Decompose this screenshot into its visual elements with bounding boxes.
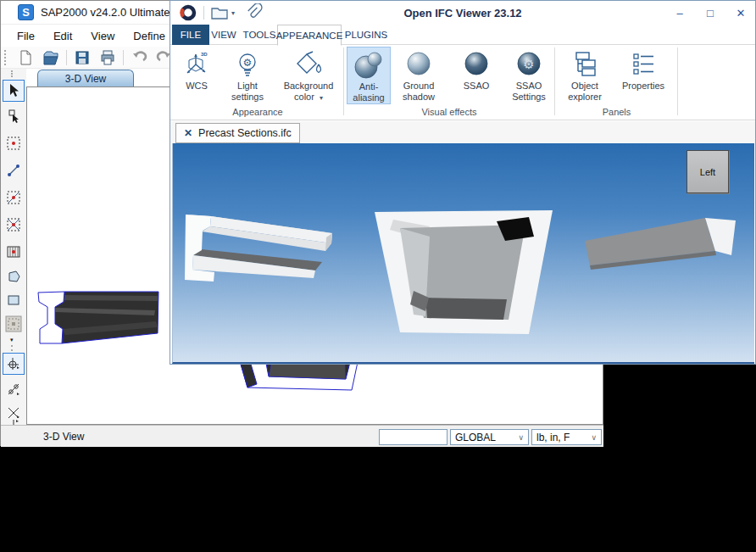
draw-rect-area-icon <box>6 293 21 308</box>
status-message-box <box>379 429 447 445</box>
ifc-titlebar[interactable]: ▾ Open IFC Viewer 23.12 – □ ✕ <box>170 1 755 25</box>
draw-braced-icon <box>6 217 21 232</box>
draw-poly-area-button[interactable] <box>3 265 25 287</box>
select-arrow-button[interactable] <box>3 80 25 102</box>
new-model-icon <box>17 49 34 66</box>
new-model-button[interactable] <box>15 48 36 67</box>
app-logo-icon[interactable] <box>179 3 197 22</box>
status-view-label: 3-D View <box>43 431 84 443</box>
view-tab-3d[interactable]: 3-D View <box>37 70 134 86</box>
svg-text:⚙: ⚙ <box>243 57 253 69</box>
coord-system-value: GLOBAL <box>455 432 496 443</box>
undo-button[interactable] <box>129 48 149 67</box>
ground-shadow-button[interactable]: Ground shadow <box>394 47 443 104</box>
group-label-visual-effects: Visual effects <box>345 107 553 117</box>
save-button[interactable] <box>72 48 92 67</box>
button-label: color <box>294 92 314 102</box>
button-label: Background <box>284 81 334 92</box>
draw-secondary-beam-button[interactable] <box>3 241 25 263</box>
tab-file[interactable]: FILE <box>172 25 209 45</box>
toolbar-grip[interactable] <box>11 70 14 77</box>
button-label: WCS <box>186 81 208 92</box>
toolbar-grip[interactable] <box>4 50 8 65</box>
toolbar-grip[interactable] <box>11 345 14 351</box>
light-settings-button[interactable]: ⚙ Light settings <box>221 47 274 104</box>
draw-braced-button[interactable] <box>3 214 25 236</box>
button-label: explorer <box>568 92 602 103</box>
dropdown-caret[interactable]: ▾ <box>231 9 235 17</box>
menu-view[interactable]: View <box>81 26 124 46</box>
ssao-button[interactable]: SSAO <box>453 47 500 104</box>
object-explorer-tree-icon <box>570 51 599 78</box>
button-label: Properties <box>622 81 664 92</box>
wcs-button[interactable]: 3D WCS <box>174 47 220 104</box>
ssao-settings-button[interactable]: ⚙ SSAO Settings <box>503 47 555 104</box>
properties-button[interactable]: Properties <box>614 47 672 104</box>
sap2000-draw-toolbar: ▾ <box>1 69 26 425</box>
tab-plugins[interactable]: PLUGINS <box>345 25 387 45</box>
model-i-girder <box>185 215 332 282</box>
background-color-button[interactable]: Background color ▾ <box>275 47 342 104</box>
tab-appearance[interactable]: APPEARANCE <box>277 25 342 46</box>
menu-define[interactable]: Define <box>124 26 175 46</box>
ifc-ribbon-tabs: FILE VIEW TOOLS APPEARANCE PLUGINS <box>170 25 755 45</box>
document-tab-label: Precast Sections.ifc <box>198 127 292 139</box>
close-button[interactable]: ✕ <box>735 7 747 20</box>
ifc-3d-viewport[interactable]: Left <box>172 143 754 364</box>
units-dropdown[interactable]: lb, in, F ∨ <box>531 429 602 445</box>
draw-secondary-beam-icon <box>6 244 21 259</box>
draw-joint-button[interactable] <box>3 132 25 154</box>
wcs-axes-icon: 3D <box>182 51 211 78</box>
chevron-down-icon: ∨ <box>518 433 524 442</box>
sap2000-statusbar: 3-D View GLOBAL ∨ lb, in, F ∨ <box>1 425 603 447</box>
button-label: Light <box>237 81 258 92</box>
attach-icon[interactable] <box>243 3 265 22</box>
open-file-icon[interactable] <box>210 4 229 21</box>
chevron-down-icon: ∨ <box>591 433 597 442</box>
menu-file[interactable]: File <box>8 26 44 46</box>
tab-tools[interactable]: TOOLS <box>243 25 275 45</box>
ifc-viewer-window: ▾ Open IFC Viewer 23.12 – □ ✕ FILE VIEW … <box>170 0 756 365</box>
wire-i-girder <box>38 292 158 343</box>
button-label: settings <box>231 92 264 103</box>
save-icon <box>74 49 91 66</box>
draw-frame-button[interactable] <box>3 159 25 181</box>
minimize-button[interactable]: – <box>674 7 686 20</box>
document-tab[interactable]: ✕ Precast Sections.ifc <box>175 123 300 143</box>
tab-view[interactable]: VIEW <box>209 25 238 45</box>
nav-cube-left-button[interactable]: Left <box>687 150 729 193</box>
select-arrow-icon <box>6 83 21 98</box>
draw-joint-icon <box>6 136 21 151</box>
draw-area-dropdown-button[interactable] <box>3 313 25 335</box>
ssao-settings-gear-icon: ⚙ <box>514 50 543 79</box>
svg-text:3D: 3D <box>201 52 208 57</box>
button-label: aliasing <box>353 92 384 103</box>
ifc-document-tabbar: ✕ Precast Sections.ifc <box>170 121 755 143</box>
model-slab <box>585 218 736 270</box>
select-add-button[interactable] <box>3 105 25 127</box>
units-value: lb, in, F <box>536 432 570 443</box>
draw-area-caret[interactable]: ▾ <box>10 337 14 343</box>
light-settings-icon: ⚙ <box>233 51 262 78</box>
properties-list-icon <box>629 52 658 77</box>
close-document-icon[interactable]: ✕ <box>184 127 192 139</box>
button-label: SSAO <box>516 81 542 92</box>
object-explorer-button[interactable]: Object explorer <box>559 47 611 104</box>
button-label: Anti- <box>359 81 379 92</box>
menu-edit[interactable]: Edit <box>44 26 81 46</box>
draw-quick-frame-button[interactable] <box>3 187 25 209</box>
undo-icon <box>131 49 147 66</box>
snap-to-points-icon <box>6 356 21 371</box>
coord-system-dropdown[interactable]: GLOBAL ∨ <box>450 429 529 445</box>
ifc-3d-models <box>173 143 755 362</box>
draw-rect-area-button[interactable] <box>3 289 25 311</box>
dropdown-caret[interactable]: ▾ <box>320 94 323 102</box>
sap2000-logo: S <box>18 4 34 20</box>
select-add-icon <box>6 109 21 124</box>
print-button[interactable] <box>97 48 118 67</box>
maximize-button[interactable]: □ <box>704 7 716 20</box>
snap-to-points-button[interactable] <box>3 353 25 375</box>
open-button[interactable] <box>41 48 61 67</box>
snap-to-lines-button[interactable] <box>3 378 25 400</box>
anti-aliasing-button[interactable]: Anti- aliasing <box>347 47 391 104</box>
